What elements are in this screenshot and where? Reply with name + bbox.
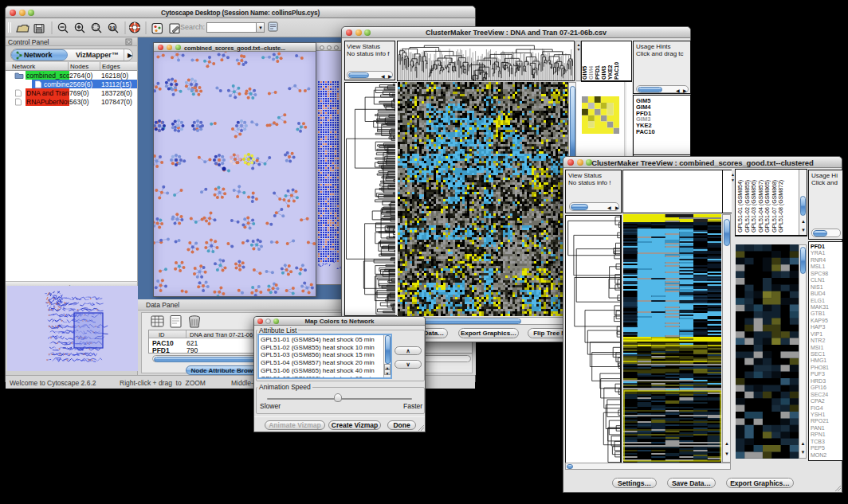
svg-text:1:1: 1:1 (110, 25, 116, 30)
